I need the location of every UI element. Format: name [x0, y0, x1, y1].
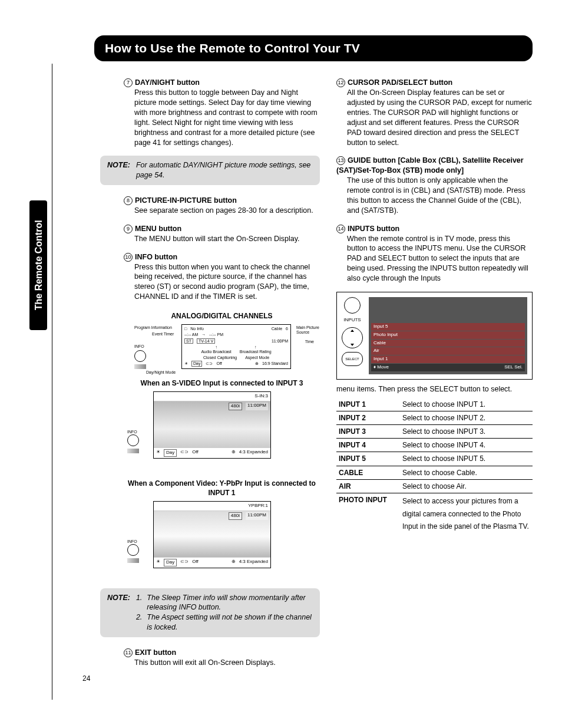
- svideo-day: Day: [164, 449, 177, 457]
- table-row: INPUT 2Select to choose INPUT 2.: [336, 411, 533, 424]
- table-row: INPUT 3Select to choose INPUT 3.: [336, 425, 533, 439]
- page-number: 24: [82, 674, 90, 683]
- margin-rule: [52, 64, 52, 700]
- osd-cable: Cable: [272, 327, 282, 331]
- table-row: PHOTO INPUTSelect to access your picture…: [336, 493, 533, 535]
- inputs-table: INPUT 1Select to choose INPUT 1. INPUT 2…: [336, 398, 533, 535]
- component-clock: 11:00PM: [246, 512, 268, 520]
- manual-page: How to Use the Remote to Control Your TV…: [0, 0, 562, 700]
- osd-day: Day: [191, 361, 202, 367]
- lbl-program-info: Program Information: [134, 325, 172, 330]
- entry-body: See separate section on pages 28-30 for …: [134, 206, 320, 216]
- entry-title: EXIT button: [135, 648, 176, 657]
- note-text: For automatic DAY/NIGHT picture mode set…: [136, 160, 313, 180]
- remote-buttons: INPUTS SELECT: [342, 297, 363, 366]
- callout-9-icon: 9: [124, 225, 133, 233]
- entry-title: PICTURE-IN-PICTURE button: [135, 196, 237, 205]
- note-label: NOTE:: [107, 160, 130, 180]
- inputs-diagram: INPUTS SELECT Input 5 Photo Input Cable …: [336, 292, 533, 380]
- inputs-label: INPUTS: [343, 317, 361, 324]
- left-column: 7DAY/NIGHT button Press this button to t…: [124, 78, 320, 676]
- sample-image: 480i 11:00PM: [154, 401, 270, 447]
- arrow-icon: [127, 558, 139, 563]
- entry-body: Press this button when you want to check…: [134, 262, 320, 302]
- entry-body-a: When the remote control is in TV mode, p…: [347, 234, 533, 284]
- lbl-main-picture: Main Picture Source: [296, 325, 326, 334]
- note-sleep-aspect: NOTE: 1.The Sleep Timer info will show m…: [100, 588, 320, 638]
- entry-info: 10INFO button Press this button when you…: [124, 252, 320, 302]
- entry-title: DAY/NIGHT button: [135, 78, 200, 87]
- osd-clock: 11:00PM: [272, 339, 288, 344]
- callout-12-icon: 12: [336, 78, 345, 87]
- analog-diagram: Program Information Event Timer INFO Day…: [134, 324, 320, 369]
- note-2-text: The Aspect setting will not be shown if …: [147, 612, 313, 633]
- select-button-icon: SELECT: [342, 352, 363, 366]
- entry-body: All the On-Screen Display features can b…: [347, 88, 533, 147]
- lbl-event-timer: Event Timer: [152, 332, 174, 337]
- osd-row: Input 5: [371, 323, 525, 331]
- component-day: Day: [164, 559, 177, 566]
- entry-day-night: 7DAY/NIGHT button Press this button to t…: [124, 78, 320, 147]
- osd-rating: TV-14 V: [197, 338, 215, 344]
- note-day-night: NOTE: For automatic DAY/NIGHT picture mo…: [100, 156, 320, 185]
- entry-body: The MENU button will start the On-Screen…: [134, 234, 320, 244]
- page-title: How to Use the Remote to Control Your TV: [105, 41, 360, 55]
- lbl-rating: Broadcast Rating: [240, 350, 272, 354]
- entry-title: CURSOR PAD/SELECT button: [348, 78, 452, 87]
- dpad-icon: [342, 327, 363, 348]
- section-side-label: The Remote Control: [32, 220, 45, 311]
- callout-7-icon: 7: [124, 78, 133, 87]
- table-row: INPUT 4Select to choose INPUT 4.: [336, 439, 533, 452]
- arrow-icon: [134, 364, 146, 369]
- osd-pm: --:-- PM: [209, 332, 223, 337]
- osd-aspect: 16:9 Standard: [262, 361, 288, 366]
- osd-off: Off: [216, 361, 222, 366]
- svideo-osd: S-IN:3 480i 11:00PM ☀Day ⊂⊃Off ⊕4:3 Expa…: [153, 391, 271, 459]
- svideo-corner: S-IN:3: [254, 393, 268, 398]
- osd-footer: ♦ Move SEL Sel.: [371, 364, 525, 371]
- info-button-block: INFO: [127, 539, 151, 565]
- lbl-info-2: INFO: [127, 430, 137, 434]
- entry-title: INFO button: [135, 253, 177, 261]
- entry-title: MENU button: [135, 225, 181, 233]
- entry-guide: 13GUIDE button [Cable Box (CBL), Satelli…: [336, 156, 533, 215]
- note-num-2: 2.: [136, 612, 142, 633]
- svideo-heading: When an S-VIDEO Input is connected to IN…: [124, 378, 320, 388]
- table-row: INPUT 5Select to choose INPUT 5.: [336, 452, 533, 466]
- analog-osd: □No Info Cable 6 --:-- AM→ --:-- PM ST T…: [181, 324, 291, 369]
- osd-row: Input 1: [371, 355, 525, 363]
- entry-body: Press this button to toggle between Day …: [134, 88, 320, 147]
- section-side-tab: The Remote Control: [29, 200, 47, 330]
- lbl-daynight: Day/Night Mode: [146, 370, 176, 375]
- lbl-time: Time: [305, 340, 314, 344]
- entry-body: This button will exit all On-Screen Disp…: [134, 658, 320, 668]
- osd-row: Cable: [371, 340, 525, 347]
- callout-11-icon: 11: [124, 648, 133, 657]
- entry-exit: 11EXIT button This button will exit all …: [124, 648, 320, 668]
- lbl-cc: Closed Captioning: [203, 355, 237, 360]
- entry-body: The use of this button is only applicabl…: [347, 176, 533, 216]
- osd-row: Photo Input: [371, 331, 525, 339]
- svideo-aspect: 4:3 Expanded: [239, 449, 268, 457]
- component-corner: YPBPR:1: [248, 503, 268, 508]
- entry-pip: 8PICTURE-IN-PICTURE button See separate …: [124, 196, 320, 216]
- entry-cursor-pad: 12CURSOR PAD/SELECT button All the On-Sc…: [336, 78, 533, 147]
- info-button-block: INFO: [127, 429, 151, 455]
- sample-image: 480i 11:00PM: [154, 511, 270, 557]
- component-res: 480i: [229, 512, 242, 520]
- entry-title: GUIDE button [Cable Box (CBL), Satellite…: [336, 156, 524, 174]
- info-button-icon: [127, 434, 139, 446]
- page-title-bar: How to Use the Remote to Control Your TV: [94, 35, 533, 61]
- arrow-icon: [127, 449, 139, 453]
- lbl-info: INFO: [134, 344, 144, 349]
- table-row: INPUT 1Select to choose INPUT 1.: [336, 398, 533, 411]
- inputs-button-icon: [344, 297, 361, 314]
- svideo-off: Off: [192, 449, 199, 457]
- entry-inputs: 14INPUTS button When the remote control …: [336, 224, 533, 284]
- component-off: Off: [192, 559, 199, 566]
- callout-8-icon: 8: [124, 196, 133, 205]
- table-row: AIRSelect to choose Air.: [336, 479, 533, 493]
- callout-10-icon: 10: [124, 253, 133, 262]
- entry-title: INPUTS button: [348, 225, 399, 233]
- osd-row: Air: [371, 347, 525, 355]
